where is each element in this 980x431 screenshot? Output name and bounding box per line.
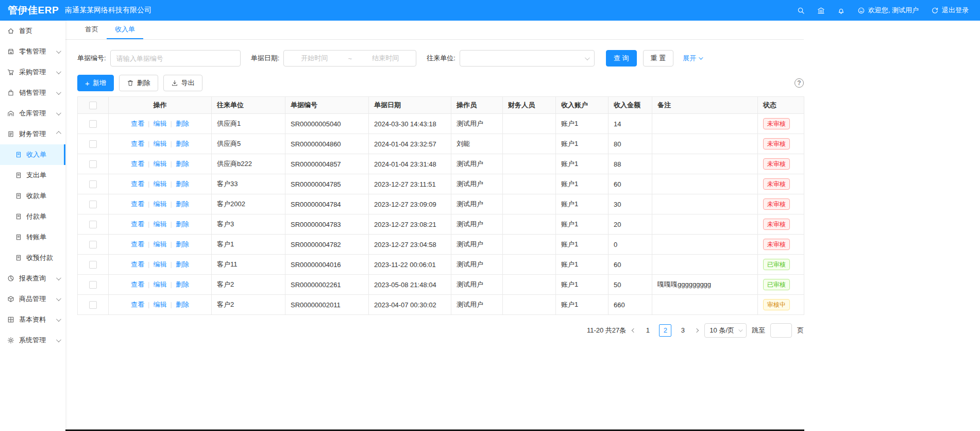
row-checkbox[interactable] — [89, 120, 97, 128]
page-size-select[interactable]: 10 条/页 — [704, 323, 747, 338]
row-checkbox[interactable] — [89, 301, 97, 309]
sidebar-subitem-income[interactable]: 收入单 — [0, 144, 65, 165]
row-action-delete[interactable]: 删除 — [176, 200, 189, 208]
search-icon[interactable] — [797, 7, 805, 14]
row-action-edit[interactable]: 编辑 — [154, 120, 167, 127]
row-action-edit[interactable]: 编辑 — [154, 280, 167, 288]
sidebar-subitem-expense[interactable]: 支出单 — [0, 165, 65, 186]
sidebar-item-system[interactable]: 系统管理 — [0, 330, 65, 351]
sidebar-item-finance[interactable]: 财务管理 — [0, 124, 65, 144]
pagination: 11-20 共27条 123 10 条/页 跳至 页 — [77, 323, 804, 338]
row-action-edit[interactable]: 编辑 — [154, 220, 167, 228]
page-button-2[interactable]: 2 — [659, 324, 671, 337]
cell-amount: 50 — [609, 275, 652, 295]
row-action-delete[interactable]: 删除 — [176, 160, 189, 168]
expand-link[interactable]: 展开 — [683, 54, 702, 63]
row-action-delete[interactable]: 删除 — [176, 220, 189, 228]
partner-select[interactable] — [460, 50, 595, 67]
row-action-edit[interactable]: 编辑 — [154, 301, 167, 308]
help-icon[interactable]: ? — [795, 78, 804, 88]
page-button-1[interactable]: 1 — [641, 324, 654, 337]
page-button-3[interactable]: 3 — [677, 324, 689, 337]
date-range-input[interactable]: 开始时间 ~ 结束时间 — [283, 50, 416, 67]
row-action-edit[interactable]: 编辑 — [154, 200, 167, 208]
row-action-delete[interactable]: 删除 — [176, 180, 189, 188]
table-row: 查看|编辑|删除客户2SR000000022612023-05-08 21:48… — [78, 275, 804, 295]
row-checkbox[interactable] — [89, 221, 97, 228]
select-all-checkbox[interactable] — [89, 102, 97, 109]
row-action-edit[interactable]: 编辑 — [154, 240, 167, 248]
row-checkbox[interactable] — [89, 261, 97, 269]
add-button[interactable]: + 新增 — [77, 75, 114, 91]
row-action-delete[interactable]: 删除 — [176, 240, 189, 248]
row-action-view[interactable]: 查看 — [131, 120, 144, 127]
chevron-down-icon — [585, 55, 590, 60]
sidebar-item-sales[interactable]: 销售管理 — [0, 82, 65, 103]
welcome-user[interactable]: 欢迎您, 测试用户 — [857, 6, 919, 15]
cell-operator: 测试用户 — [451, 114, 503, 134]
logout-button[interactable]: 退出登录 — [931, 6, 969, 15]
sidebar-subitem-receipt[interactable]: 收款单 — [0, 186, 65, 206]
main-area: 首页 收入单 单据编号: 单据日期: 开始时间 ~ 结束时间 往来单位: 查 询… — [65, 21, 980, 431]
sidebar-item-goods[interactable]: 商品管理 — [0, 289, 65, 309]
row-action-view[interactable]: 查看 — [131, 180, 144, 188]
row-action-view[interactable]: 查看 — [131, 140, 144, 147]
sidebar-item-basic[interactable]: 基本资料 — [0, 309, 65, 330]
row-action-edit[interactable]: 编辑 — [154, 260, 167, 268]
row-action-edit[interactable]: 编辑 — [154, 160, 167, 168]
sidebar-item-report[interactable]: 报表查询 — [0, 268, 65, 289]
tab-home[interactable]: 首页 — [77, 21, 107, 39]
row-action-edit[interactable]: 编辑 — [154, 140, 167, 147]
sidebar-item-home[interactable]: 首页 — [0, 21, 65, 41]
jump-input[interactable] — [770, 323, 792, 338]
row-checkbox[interactable] — [89, 201, 97, 208]
row-action-view[interactable]: 查看 — [131, 160, 144, 168]
row-action-view[interactable]: 查看 — [131, 240, 144, 248]
expand-link-label: 展开 — [683, 54, 696, 63]
row-action-delete[interactable]: 删除 — [176, 260, 189, 268]
row-action-delete[interactable]: 删除 — [176, 120, 189, 127]
action-divider: | — [171, 180, 172, 188]
row-action-delete[interactable]: 删除 — [176, 140, 189, 147]
status-badge: 未审核 — [763, 219, 790, 230]
prev-page-button[interactable] — [631, 329, 636, 332]
tab-income[interactable]: 收入单 — [107, 21, 143, 39]
cell-number: SR00000004860 — [285, 134, 369, 154]
sidebar-item-purchase[interactable]: 采购管理 — [0, 62, 65, 82]
row-action-view[interactable]: 查看 — [131, 260, 144, 268]
sidebar-subitem-transfer[interactable]: 转账单 — [0, 227, 65, 247]
sidebar-item-retail[interactable]: 零售管理 — [0, 41, 65, 62]
sidebar-item-warehouse[interactable]: 仓库管理 — [0, 103, 65, 124]
row-action-edit[interactable]: 编辑 — [154, 180, 167, 188]
row-action-view[interactable]: 查看 — [131, 200, 144, 208]
reset-button[interactable]: 重 置 — [643, 50, 674, 67]
row-checkbox[interactable] — [89, 281, 97, 289]
sidebar-subitem-prepaid[interactable]: 收预付款 — [0, 247, 65, 268]
row-checkbox[interactable] — [89, 140, 97, 148]
row-action-view[interactable]: 查看 — [131, 280, 144, 288]
row-checkbox[interactable] — [89, 160, 97, 168]
cell-finance — [503, 114, 556, 134]
export-button[interactable]: 导出 — [163, 75, 202, 91]
row-action-view[interactable]: 查看 — [131, 301, 144, 308]
action-divider: | — [171, 260, 172, 268]
bank-icon[interactable] — [817, 7, 825, 14]
row-action-delete[interactable]: 删除 — [176, 280, 189, 288]
delete-button-label: 删除 — [137, 78, 150, 88]
next-page-button[interactable] — [694, 329, 699, 332]
sidebar-subitem-payment[interactable]: 付款单 — [0, 206, 65, 227]
search-button[interactable]: 查 询 — [606, 50, 637, 67]
bell-icon[interactable] — [837, 7, 845, 14]
sidebar-subitem-label: 付款单 — [26, 212, 61, 221]
row-action-delete[interactable]: 删除 — [176, 301, 189, 308]
finance-icon — [7, 130, 14, 138]
basic-icon — [7, 316, 14, 323]
chevron-left-icon — [632, 328, 636, 333]
row-checkbox[interactable] — [89, 241, 97, 248]
row-checkbox[interactable] — [89, 180, 97, 188]
cell-amount: 88 — [609, 154, 652, 174]
row-action-view[interactable]: 查看 — [131, 220, 144, 228]
delete-button[interactable]: 删除 — [119, 75, 158, 91]
number-filter-input[interactable] — [110, 50, 241, 67]
page-content: 单据编号: 单据日期: 开始时间 ~ 结束时间 往来单位: 查 询 重 置 展开… — [65, 40, 804, 338]
